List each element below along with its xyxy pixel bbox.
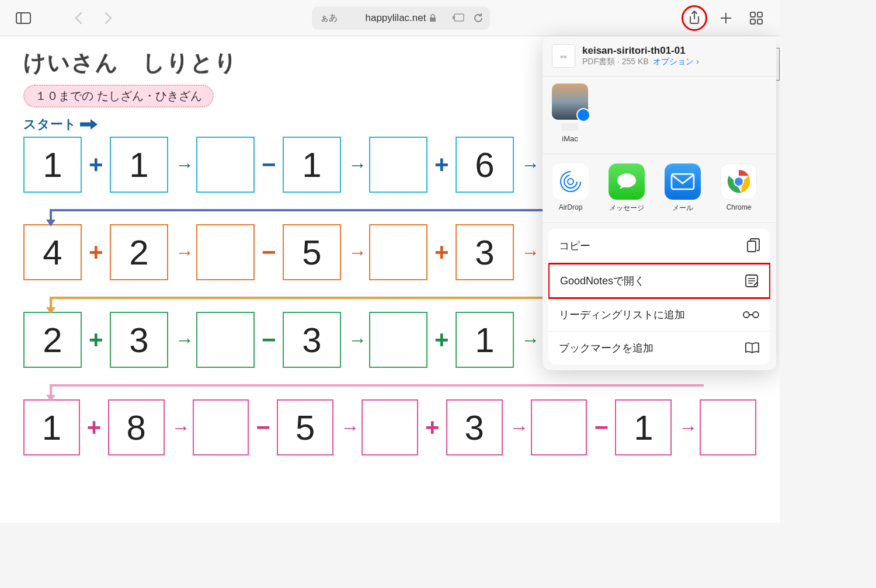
action-goodnotes[interactable]: GoodNotesで開く [548, 263, 770, 299]
chrome-icon [721, 163, 757, 200]
tabs-overview-button[interactable] [745, 6, 768, 30]
svg-rect-0 [16, 13, 30, 23]
browser-toolbar: ぁあ happylilac.net [0, 0, 780, 36]
action-copy[interactable]: コピー [548, 229, 770, 263]
share-options-link[interactable]: オプション › [653, 57, 699, 66]
worksheet-subtitle: １０までの たしざん・ひきざん [23, 85, 214, 107]
app-chrome[interactable]: Chrome [717, 163, 761, 213]
forward-button[interactable] [97, 6, 120, 30]
svg-rect-9 [750, 19, 755, 24]
svg-point-25 [753, 312, 759, 318]
airdrop-device[interactable]: iMac [552, 83, 588, 143]
app-airdrop[interactable]: AirDrop [548, 163, 593, 213]
svg-point-11 [568, 179, 573, 185]
messages-icon [609, 163, 645, 200]
svg-point-24 [743, 312, 749, 318]
back-button[interactable] [67, 6, 90, 30]
airdrop-device-icon [552, 83, 588, 120]
lock-icon [429, 14, 436, 22]
airdrop-icon [552, 163, 589, 200]
start-arrow-icon [80, 119, 98, 130]
goodnotes-icon [745, 274, 759, 288]
svg-rect-8 [757, 12, 762, 17]
svg-rect-10 [757, 19, 762, 24]
reload-icon[interactable] [472, 12, 484, 24]
share-filename: keisan-siritori-th01-01 [582, 45, 699, 57]
extensions-icon[interactable] [453, 12, 465, 24]
reader-button[interactable]: ぁあ [320, 12, 338, 23]
svg-rect-4 [453, 16, 455, 19]
svg-rect-2 [430, 18, 436, 22]
svg-point-18 [735, 178, 743, 186]
book-icon [745, 342, 760, 354]
copy-icon [747, 238, 760, 253]
svg-rect-3 [454, 14, 464, 21]
row-connector-3 [50, 384, 756, 392]
svg-rect-15 [672, 174, 694, 189]
share-button[interactable] [683, 6, 705, 30]
share-actions-list: コピー GoodNotesで開く リーディングリストに追加 ブックマークを追加 [548, 229, 770, 364]
airdrop-section: iMac [543, 76, 776, 154]
share-meta: PDF書類 · 255 KB オプション › [582, 57, 699, 67]
share-apps-row: AirDrop メッセージ メール Chrome N [543, 154, 776, 223]
share-header: ▦▦ keisan-siritori-th01-01 PDF書類 · 255 K… [543, 36, 776, 76]
mail-icon [665, 163, 701, 200]
app-next[interactable]: N [773, 163, 776, 213]
sidebar-toggle-icon[interactable] [12, 6, 35, 30]
svg-point-14 [617, 173, 636, 187]
action-reading-list[interactable]: リーディングリストに追加 [548, 298, 770, 332]
address-bar[interactable]: ぁあ happylilac.net [312, 6, 489, 30]
svg-rect-19 [748, 241, 756, 252]
page-url: happylilac.net [366, 12, 426, 24]
file-thumbnail: ▦▦ [552, 44, 575, 68]
calc-row-4: 1 + 8 → − 5 → + 3 → − 1 → [23, 399, 756, 455]
app-messages[interactable]: メッセージ [604, 163, 649, 213]
svg-rect-7 [750, 12, 755, 17]
svg-point-12 [564, 175, 577, 188]
share-sheet: ▦▦ keisan-siritori-th01-01 PDF書類 · 255 K… [543, 36, 776, 370]
action-bookmark[interactable]: ブックマークを追加 [548, 332, 770, 364]
app-mail[interactable]: メール [661, 163, 705, 213]
share-button-highlight [682, 5, 707, 31]
glasses-icon [742, 311, 760, 319]
new-tab-button[interactable] [714, 6, 738, 30]
